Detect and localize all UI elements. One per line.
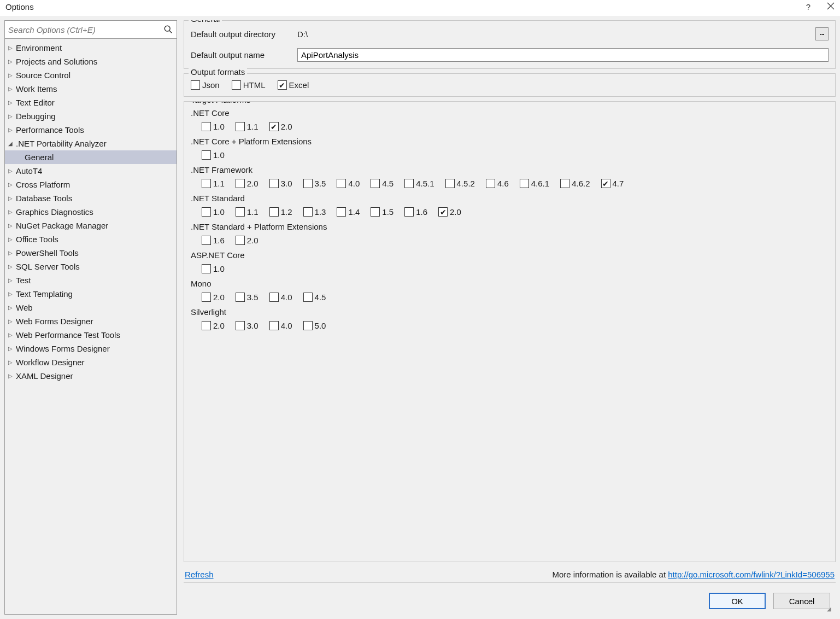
tree-item[interactable]: ▷Database Tools: [5, 191, 177, 205]
platform-version-checkbox[interactable]: 1.1: [236, 207, 259, 217]
arrow-collapsed-icon[interactable]: ▷: [8, 301, 14, 314]
arrow-collapsed-icon[interactable]: ▷: [8, 329, 14, 341]
tree-item[interactable]: ▷Text Templating: [5, 287, 177, 301]
platform-version-checkbox[interactable]: 1.1: [236, 122, 259, 131]
output-name-input[interactable]: [297, 48, 829, 62]
search-input-wrap[interactable]: [4, 20, 177, 39]
platform-version-checkbox[interactable]: 4.5.1: [404, 179, 434, 188]
arrow-collapsed-icon[interactable]: ▷: [8, 219, 14, 232]
arrow-collapsed-icon[interactable]: ▷: [8, 178, 14, 191]
platform-version-checkbox[interactable]: ✔4.7: [601, 179, 624, 188]
output-format-checkbox[interactable]: Json: [191, 80, 220, 90]
close-icon[interactable]: [827, 2, 835, 11]
tree-item[interactable]: ▷Projects and Solutions: [5, 55, 177, 68]
tree-item[interactable]: ▷Environment: [5, 41, 177, 55]
platform-version-checkbox[interactable]: 1.4: [337, 207, 360, 217]
arrow-collapsed-icon[interactable]: ▷: [8, 233, 14, 246]
platform-version-checkbox[interactable]: 4.5.2: [445, 179, 475, 188]
options-tree[interactable]: ▷Environment▷Projects and Solutions▷Sour…: [4, 39, 177, 615]
tree-item[interactable]: ▷Debugging: [5, 109, 177, 123]
arrow-collapsed-icon[interactable]: ▷: [8, 315, 14, 328]
arrow-expanded-icon[interactable]: ◢: [8, 137, 14, 150]
platform-version-checkbox[interactable]: 3.5: [236, 293, 259, 302]
tree-item[interactable]: ▷Workflow Designer: [5, 355, 177, 369]
target-platforms-scroll[interactable]: .NET Core1.01.1✔2.0.NET Core + Platform …: [191, 108, 829, 414]
arrow-collapsed-icon[interactable]: ▷: [8, 69, 14, 81]
tree-item[interactable]: ▷PowerShell Tools: [5, 246, 177, 260]
platform-version-checkbox[interactable]: 1.2: [269, 207, 292, 217]
arrow-collapsed-icon[interactable]: ▷: [8, 260, 14, 273]
platform-version-checkbox[interactable]: ✔2.0: [438, 207, 461, 217]
arrow-collapsed-icon[interactable]: ▷: [8, 206, 14, 218]
tree-item[interactable]: ▷Source Control: [5, 68, 177, 82]
ok-button[interactable]: OK: [709, 593, 766, 609]
platform-version-checkbox[interactable]: 1.3: [303, 207, 326, 217]
arrow-collapsed-icon[interactable]: ▷: [8, 83, 14, 95]
search-icon[interactable]: [163, 25, 173, 34]
platform-version-checkbox[interactable]: 4.0: [269, 293, 292, 302]
tree-item[interactable]: ▷SQL Server Tools: [5, 260, 177, 273]
tree-item[interactable]: ▷Work Items: [5, 82, 177, 96]
resize-grip-icon[interactable]: ◢: [827, 606, 833, 612]
arrow-collapsed-icon[interactable]: ▷: [8, 274, 14, 287]
platform-version-checkbox[interactable]: 1.0: [202, 207, 225, 217]
tree-item[interactable]: ▷Graphics Diagnostics: [5, 205, 177, 219]
output-format-checkbox[interactable]: HTML: [232, 80, 266, 90]
platform-version-checkbox[interactable]: 2.0: [236, 179, 259, 188]
platform-version-checkbox[interactable]: 1.0: [202, 150, 225, 160]
cancel-button[interactable]: Cancel: [773, 593, 830, 609]
platform-version-checkbox[interactable]: 2.0: [202, 293, 225, 302]
search-input[interactable]: [8, 25, 163, 34]
arrow-collapsed-icon[interactable]: ▷: [8, 288, 14, 300]
platform-version-checkbox[interactable]: 4.0: [337, 179, 360, 188]
more-info-link[interactable]: http://go.microsoft.com/fwlink/?LinkId=5…: [668, 570, 835, 579]
help-icon[interactable]: ?: [806, 2, 810, 11]
platform-version-checkbox[interactable]: 4.5: [303, 293, 326, 302]
arrow-collapsed-icon[interactable]: ▷: [8, 342, 14, 355]
tree-item[interactable]: ▷Web Performance Test Tools: [5, 328, 177, 342]
arrow-collapsed-icon[interactable]: ▷: [8, 110, 14, 122]
tree-item[interactable]: ◢.NET Portability Analyzer: [5, 137, 177, 150]
platform-version-checkbox[interactable]: 1.0: [202, 122, 225, 131]
arrow-collapsed-icon[interactable]: ▷: [8, 96, 14, 109]
platform-version-checkbox[interactable]: 4.5: [371, 179, 393, 188]
platform-version-checkbox[interactable]: 4.6.1: [520, 179, 549, 188]
arrow-collapsed-icon[interactable]: ▷: [8, 247, 14, 259]
platform-version-checkbox[interactable]: 1.1: [202, 179, 225, 188]
arrow-collapsed-icon[interactable]: ▷: [8, 192, 14, 205]
platform-version-checkbox[interactable]: 4.6: [486, 179, 509, 188]
platform-version-checkbox[interactable]: ✔2.0: [269, 122, 292, 131]
arrow-collapsed-icon[interactable]: ▷: [8, 42, 14, 54]
tree-item[interactable]: ▷XAML Designer: [5, 369, 177, 383]
tree-item[interactable]: ▷Test: [5, 273, 177, 287]
tree-item[interactable]: ▷AutoT4: [5, 164, 177, 178]
tree-item[interactable]: ▷Windows Forms Designer: [5, 342, 177, 355]
tree-item[interactable]: ▷Text Editor: [5, 96, 177, 109]
platform-version-checkbox[interactable]: 1.6: [202, 236, 225, 245]
arrow-collapsed-icon[interactable]: ▷: [8, 55, 14, 68]
platform-version-checkbox[interactable]: 1.6: [404, 207, 427, 217]
platform-version-checkbox[interactable]: 2.0: [202, 321, 225, 330]
platform-version-checkbox[interactable]: 1.0: [202, 264, 225, 273]
arrow-collapsed-icon[interactable]: ▷: [8, 165, 14, 177]
tree-item[interactable]: ▷Office Tools: [5, 232, 177, 246]
tree-item[interactable]: ▷Cross Platform: [5, 178, 177, 191]
platform-version-checkbox[interactable]: 5.0: [303, 321, 326, 330]
tree-item[interactable]: ▷Web: [5, 301, 177, 314]
platform-version-checkbox[interactable]: 2.0: [236, 236, 259, 245]
platform-version-checkbox[interactable]: 3.5: [303, 179, 326, 188]
arrow-collapsed-icon[interactable]: ▷: [8, 356, 14, 369]
browse-folder-button[interactable]: ...: [815, 27, 829, 40]
arrow-collapsed-icon[interactable]: ▷: [8, 124, 14, 136]
refresh-link[interactable]: Refresh: [185, 570, 214, 579]
tree-item[interactable]: ▷Performance Tools: [5, 123, 177, 137]
output-format-checkbox[interactable]: ✔Excel: [278, 80, 309, 90]
tree-item[interactable]: General: [5, 150, 177, 164]
tree-item[interactable]: ▷Web Forms Designer: [5, 314, 177, 328]
platform-version-checkbox[interactable]: 1.5: [371, 207, 393, 217]
platform-version-checkbox[interactable]: 4.6.2: [560, 179, 590, 188]
platform-version-checkbox[interactable]: 3.0: [269, 179, 292, 188]
arrow-collapsed-icon[interactable]: ▷: [8, 370, 14, 382]
platform-version-checkbox[interactable]: 4.0: [269, 321, 292, 330]
platform-version-checkbox[interactable]: 3.0: [236, 321, 259, 330]
